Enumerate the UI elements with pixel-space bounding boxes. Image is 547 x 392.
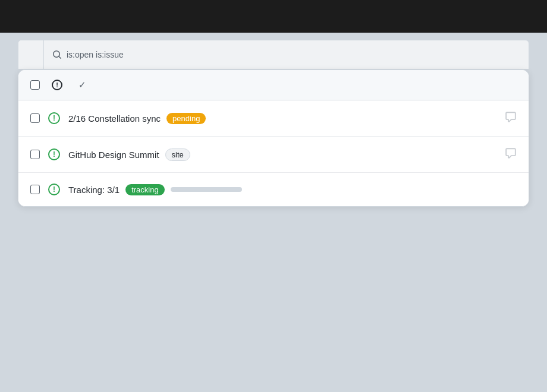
issue-open-icon-1: ! [48,112,60,124]
filter-bar [18,40,529,69]
issue-title-3[interactable]: Tracking: 3/1tracking [68,184,288,195]
issue-checkbox-1[interactable] [30,113,40,123]
comment-icon-2[interactable] [505,147,517,162]
issue-label-1[interactable]: pending [166,113,206,124]
issue-title-1[interactable]: 2/16 Constellation syncpending [68,113,278,124]
issues-list: !2/16 Constellation syncpending!GitHub D… [18,100,529,206]
issue-label-2[interactable]: site [165,148,190,161]
select-all-checkbox[interactable] [30,80,40,90]
issue-title-text-1: 2/16 Constellation sync [68,113,161,124]
issue-open-icon-3: ! [48,184,60,195]
check-icon: ✓ [78,80,86,90]
search-bar [44,40,529,69]
issue-checkbox-3[interactable] [30,185,40,194]
issue-title-text-2: GitHub Design Summit [68,150,159,160]
issues-card: ! ✓ !2/16 Constellation syncpending!GitH… [18,69,529,207]
closed-count-section[interactable]: ✓ [78,80,90,90]
issue-row-3: !Tracking: 3/1tracking [18,173,529,206]
open-issues-icon: ! [52,80,62,90]
open-count-section[interactable]: ! [52,80,67,90]
issue-row-2: !GitHub Design Summitsite [18,137,529,173]
filters-button[interactable] [18,40,44,69]
comment-icon-1[interactable] [505,111,517,125]
progress-bar-container-3 [171,187,242,192]
issue-checkbox-2[interactable] [30,150,40,159]
search-input[interactable] [67,50,520,59]
issues-header: ! ✓ [18,70,529,100]
issue-title-2[interactable]: GitHub Design Summitsite [68,148,278,161]
issue-row-1: !2/16 Constellation syncpending [18,100,529,137]
issue-open-icon-2: ! [48,148,60,160]
top-bar [0,0,547,33]
issue-title-text-3: Tracking: 3/1 [68,185,120,195]
issue-label-3[interactable]: tracking [125,184,165,195]
search-icon [52,50,62,59]
